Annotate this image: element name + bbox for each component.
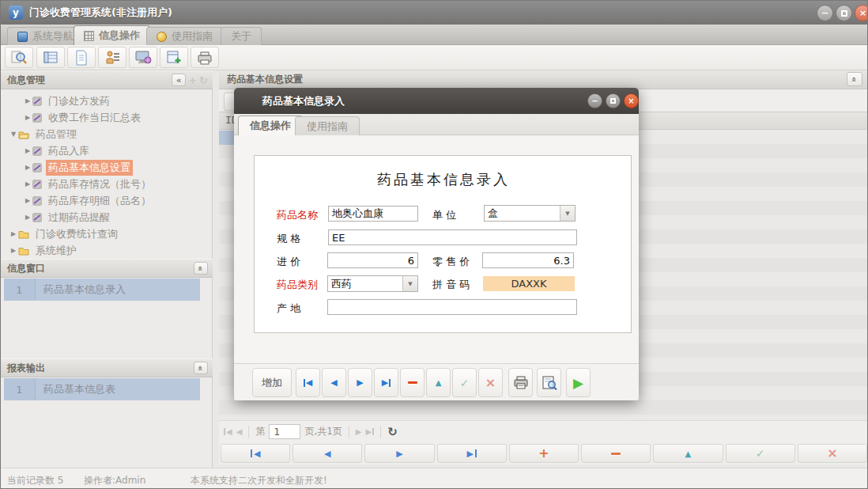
nav-post-button[interactable]: ✓ bbox=[726, 444, 795, 463]
dialog-tab-user-guide[interactable]: 使用指南 bbox=[295, 116, 360, 135]
collapse-panel-button[interactable]: « bbox=[194, 362, 208, 374]
record-prev-button[interactable]: ◀ bbox=[322, 368, 346, 397]
retail-price-input[interactable]: 6.3 bbox=[482, 252, 574, 268]
window-minimize-button[interactable]: − bbox=[817, 5, 833, 21]
chevron-down-icon[interactable]: ▼ bbox=[402, 276, 417, 291]
tree-item-folder[interactable]: ▶系统维护 bbox=[9, 242, 79, 259]
tree-item[interactable]: ▶收费工作当日汇总表 bbox=[23, 109, 143, 126]
collapsed-arrow-icon[interactable]: ▶ bbox=[23, 97, 32, 104]
close-icon: × bbox=[628, 97, 634, 105]
print-button[interactable] bbox=[508, 368, 533, 397]
collapsed-arrow-icon[interactable]: ▶ bbox=[23, 180, 32, 188]
first-icon bbox=[251, 449, 252, 457]
search-doc-button[interactable] bbox=[5, 47, 33, 68]
print-preview-button[interactable] bbox=[537, 368, 561, 397]
tab-system-nav[interactable]: 系统导航 bbox=[7, 27, 84, 45]
close-icon: × bbox=[859, 8, 866, 18]
refresh-icon[interactable]: ↻ bbox=[199, 74, 208, 86]
dialog-maximize-button[interactable] bbox=[606, 93, 621, 108]
printer-button[interactable] bbox=[191, 47, 219, 68]
pager-next-button[interactable]: ▶ bbox=[356, 427, 362, 436]
nav-next-button[interactable]: ▶ bbox=[364, 444, 434, 463]
tree-item-folder[interactable]: ▼药品管理 bbox=[9, 126, 79, 142]
nav-cancel-button[interactable]: × bbox=[798, 444, 867, 463]
record-delete-button[interactable] bbox=[400, 368, 425, 397]
collapse-panel-button[interactable]: « bbox=[194, 262, 208, 275]
record-post-button[interactable]: ✓ bbox=[452, 368, 477, 397]
drug-form-panel: 药品基本信息录入 药品名称 地奥心血康 单 位 盒 ▼ 规 格 EE 进 价 6… bbox=[254, 155, 632, 333]
window-titlebar: y 门诊收费管理系统(非注册用户) bbox=[1, 1, 868, 25]
collapsed-arrow-icon[interactable]: ▶ bbox=[23, 114, 32, 121]
collapsed-arrow-icon[interactable]: ▶ bbox=[9, 247, 18, 254]
tab-about[interactable]: 关于 bbox=[221, 27, 262, 45]
record-last-button[interactable]: ▶ bbox=[374, 368, 398, 397]
unit-value: 盒 bbox=[485, 206, 560, 221]
document-button[interactable] bbox=[67, 47, 96, 68]
record-first-button[interactable]: ◀ bbox=[296, 368, 320, 397]
nav-delete-button[interactable] bbox=[581, 444, 651, 463]
run-button[interactable]: ▶ bbox=[566, 368, 591, 397]
chevron-down-icon[interactable]: ▼ bbox=[560, 206, 575, 221]
pinyin-code-field: DAXXK bbox=[483, 276, 575, 291]
add-record-button[interactable]: 增加 bbox=[252, 368, 292, 397]
pager-refresh-button[interactable]: ↻ bbox=[387, 425, 398, 439]
record-next-button[interactable]: ▶ bbox=[348, 368, 372, 397]
nav-prev-button[interactable]: ◀ bbox=[292, 444, 362, 463]
tree-item-selected[interactable]: ▶药品基本信息设置 bbox=[23, 159, 133, 176]
record-edit-button[interactable]: ▲ bbox=[426, 368, 451, 397]
tree-item[interactable]: ▶药品入库 bbox=[23, 142, 92, 159]
pager-first-button[interactable]: ◀ bbox=[224, 427, 232, 436]
collapsed-arrow-icon[interactable]: ▶ bbox=[23, 147, 32, 154]
drug-name-input[interactable]: 地奥心血康 bbox=[328, 206, 418, 222]
report-output-list-item[interactable]: 1 药品基本信息表 bbox=[4, 378, 200, 400]
nav-last-button[interactable]: ▶ bbox=[437, 444, 507, 463]
window-maximize-button[interactable] bbox=[836, 5, 852, 21]
tree-item-label: 药品库存明细（品名） bbox=[46, 193, 153, 209]
pager-last-button[interactable]: ▶ bbox=[366, 427, 375, 436]
collapse-sidebar-button[interactable]: « bbox=[172, 74, 186, 86]
origin-input[interactable] bbox=[327, 299, 577, 315]
info-window-title: 信息窗口 bbox=[7, 262, 45, 275]
info-window-list-item[interactable]: 1 药品基本信息录入 bbox=[4, 279, 200, 301]
tab-user-guide[interactable]: 使用指南 bbox=[146, 27, 223, 45]
spec-input[interactable]: EE bbox=[328, 229, 577, 245]
unit-combobox[interactable]: 盒 ▼ bbox=[484, 205, 576, 222]
expanded-arrow-icon[interactable]: ▼ bbox=[9, 131, 18, 138]
category-combobox[interactable]: 西药 ▼ bbox=[327, 275, 418, 292]
dialog-titlebar[interactable]: 药品基本信息录入 bbox=[234, 88, 639, 114]
add-icon[interactable]: + bbox=[188, 74, 197, 86]
tree-item-folder[interactable]: ▶门诊收费统计查询 bbox=[9, 226, 120, 242]
nav-first-button[interactable]: ◀ bbox=[221, 444, 290, 463]
tab-label: 系统导航 bbox=[32, 29, 74, 44]
table-button[interactable] bbox=[36, 47, 65, 68]
user-chart-button[interactable] bbox=[98, 47, 126, 68]
collapsed-arrow-icon[interactable]: ▶ bbox=[23, 197, 32, 204]
monitor-globe-button[interactable] bbox=[129, 47, 157, 68]
edit-icon: ▲ bbox=[436, 378, 442, 387]
maximize-icon bbox=[841, 10, 847, 17]
tree-item[interactable]: ▶门诊处方发药 bbox=[23, 93, 112, 109]
collapsed-arrow-icon[interactable]: ▶ bbox=[23, 214, 32, 221]
run-icon: ▶ bbox=[573, 375, 583, 391]
collapse-main-panel-button[interactable]: « bbox=[847, 72, 862, 86]
pager-page-input[interactable]: 1 bbox=[269, 424, 300, 439]
dialog-minimize-button[interactable]: − bbox=[587, 93, 602, 108]
operator-label: 操作者:Admin bbox=[84, 474, 145, 487]
record-cancel-button[interactable]: × bbox=[478, 368, 503, 397]
category-label: 药品类别 bbox=[277, 278, 318, 292]
tab-label: 使用指南 bbox=[172, 29, 213, 44]
purchase-price-input[interactable]: 6 bbox=[327, 252, 418, 268]
tree-item[interactable]: ▶药品库存情况（批号） bbox=[23, 176, 153, 192]
tree-item[interactable]: ▶药品库存明细（品名） bbox=[23, 192, 153, 209]
pager-prev-button[interactable]: ◀ bbox=[236, 427, 243, 436]
tab-info-ops[interactable]: 信息操作 bbox=[74, 25, 150, 45]
dialog-close-button[interactable]: × bbox=[624, 93, 639, 108]
collapsed-arrow-icon[interactable]: ▶ bbox=[9, 230, 18, 237]
collapsed-arrow-icon[interactable]: ▶ bbox=[23, 164, 32, 171]
nav-insert-button[interactable]: + bbox=[509, 444, 579, 463]
tree-item[interactable]: ▶过期药品提醒 bbox=[23, 209, 112, 226]
doc-add-button[interactable] bbox=[160, 47, 188, 68]
dialog-tab-info-ops[interactable]: 信息操作 bbox=[238, 116, 303, 135]
window-close-button[interactable]: × bbox=[855, 5, 868, 21]
nav-edit-button[interactable]: ▲ bbox=[653, 444, 723, 463]
